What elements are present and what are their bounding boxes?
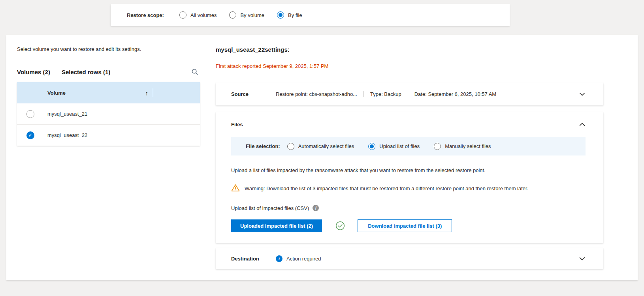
volume-column-header: Volume xyxy=(47,90,66,96)
attack-notice: First attack reported September 9, 2025,… xyxy=(216,63,603,69)
radio-label: By file xyxy=(288,12,302,18)
source-divider xyxy=(408,91,408,97)
radio-manually-select-files[interactable]: Manually select files xyxy=(434,143,491,150)
settings-title: mysql_useast_22settings: xyxy=(216,46,603,53)
radio-label: Automatically select files xyxy=(298,143,354,149)
uploaded-file-list-button[interactable]: Uploaded impacted file list (2) xyxy=(231,219,322,232)
source-date: Date: September 6, 2025, 10:57 AM xyxy=(414,91,496,97)
volumes-table-header: Volume xyxy=(17,82,200,103)
radio-all-volumes[interactable]: All volumes xyxy=(179,11,217,19)
warning-message: Warning: Download the list of 3 impacted… xyxy=(231,184,586,193)
volumes-count-heading: Volumes (2) xyxy=(17,69,50,75)
success-check-icon xyxy=(335,221,345,231)
destination-status: Action required xyxy=(286,256,321,262)
radio-label: All volumes xyxy=(190,12,217,18)
radio-unselected-icon xyxy=(287,143,294,150)
radio-by-file[interactable]: By file xyxy=(277,11,302,19)
restore-scope-options: All volumes By volume By file xyxy=(179,11,302,19)
source-divider xyxy=(363,91,364,97)
source-section[interactable]: Source Restore point: cbs-snapshot-adho.… xyxy=(216,82,603,105)
volume-settings-panel: mysql_useast_22settings: First attack re… xyxy=(206,35,638,280)
file-selection-options: Automatically select files Upload list o… xyxy=(287,143,491,150)
warning-icon xyxy=(231,184,240,193)
radio-label: By volume xyxy=(240,12,264,18)
volume-name: mysql_useast_21 xyxy=(47,111,87,117)
table-row-mysql-useast-22[interactable]: mysql_useast_22 xyxy=(17,125,200,146)
files-section-header[interactable]: Files xyxy=(231,121,586,128)
source-restore-point: Restore point: cbs-snapshot-adho... xyxy=(276,91,357,97)
files-section: Files File selection: Automatically sele… xyxy=(216,112,603,243)
destination-section[interactable]: Destination Action required xyxy=(216,248,603,269)
radio-by-volume[interactable]: By volume xyxy=(229,11,264,19)
restore-settings-card: Select volume you want to restore and ed… xyxy=(6,35,638,280)
file-selection-band: File selection: Automatically select fil… xyxy=(231,137,586,155)
heading-divider xyxy=(56,68,56,75)
source-type: Type: Backup xyxy=(370,91,401,97)
row-checkbox-checked-icon[interactable] xyxy=(26,131,34,139)
volume-name: mysql_useast_22 xyxy=(47,132,87,138)
selected-rows-heading: Selected rows (1) xyxy=(62,69,110,75)
panel-description: Select volume you want to restore and ed… xyxy=(17,46,200,52)
download-file-list-button[interactable]: Download impacted file list (3) xyxy=(358,219,452,232)
chevron-up-icon[interactable] xyxy=(579,121,586,128)
volumes-table: Volume mysql_useast_21 mysql_useast_22 xyxy=(17,82,200,146)
files-label: Files xyxy=(231,122,243,127)
restore-scope-label: Restore scope: xyxy=(127,12,164,18)
row-checkbox-unchecked-icon[interactable] xyxy=(26,110,34,118)
column-resize-divider[interactable] xyxy=(153,88,153,97)
warning-text: Warning: Download the list of 3 impacted… xyxy=(245,185,528,191)
volumes-header: Volumes (2) Selected rows (1) xyxy=(17,68,200,75)
radio-label: Manually select files xyxy=(445,143,491,149)
upload-label: Upload list of impacted files (CSV) xyxy=(231,205,309,211)
radio-selected-icon xyxy=(277,11,284,19)
chevron-down-icon[interactable] xyxy=(579,91,586,97)
radio-automatically-select-files[interactable]: Automatically select files xyxy=(287,143,354,150)
radio-label: Upload list of files xyxy=(379,143,420,149)
source-label: Source xyxy=(231,91,276,97)
radio-selected-icon xyxy=(368,143,375,150)
volume-selection-panel: Select volume you want to restore and ed… xyxy=(6,35,206,280)
destination-label: Destination xyxy=(231,256,276,262)
restore-scope-bar: Restore scope: All volumes By volume By … xyxy=(111,4,510,26)
chevron-down-icon[interactable] xyxy=(579,255,586,262)
radio-unselected-icon xyxy=(179,11,186,19)
files-description: Upload a list of files impacted by the r… xyxy=(231,167,586,173)
table-row-mysql-useast-21[interactable]: mysql_useast_21 xyxy=(17,103,200,125)
radio-unselected-icon xyxy=(434,143,441,150)
radio-unselected-icon xyxy=(229,11,236,19)
info-icon-blue xyxy=(276,255,282,262)
upload-label-row: Upload list of impacted files (CSV) xyxy=(231,205,586,211)
search-icon[interactable] xyxy=(191,68,198,75)
info-icon[interactable] xyxy=(313,205,319,211)
file-selection-label: File selection: xyxy=(246,143,280,149)
sort-ascending-icon[interactable] xyxy=(145,90,149,96)
file-buttons-row: Uploaded impacted file list (2) Download… xyxy=(231,219,586,232)
radio-upload-list-of-files[interactable]: Upload list of files xyxy=(368,143,420,150)
